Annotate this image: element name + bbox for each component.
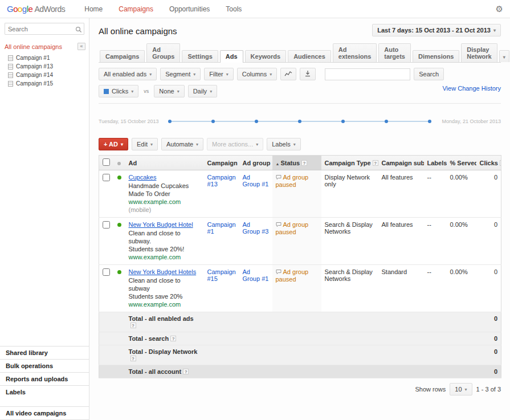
search-button[interactable]: Search [414, 68, 444, 80]
collapse-sidebar-button[interactable]: « [77, 43, 85, 50]
tab-keywords[interactable]: Keywords [245, 50, 287, 62]
add-ad-button[interactable]: + AD▾ [99, 138, 128, 150]
top-nav: Home Campaigns Opportunities Tools [84, 1, 242, 18]
select-all-checkbox[interactable] [103, 158, 110, 166]
clicks-timeseries-chart [167, 113, 433, 130]
sidebar-item-shared-library[interactable]: Shared library [0, 346, 89, 359]
total-clicks: 0 [476, 345, 501, 365]
sidebar-item-reports-and-uploads[interactable]: Reports and uploads [0, 372, 89, 385]
help-icon[interactable]: ? [130, 356, 136, 361]
ad-title-link[interactable]: New York Budget Hotel [129, 221, 193, 228]
column-header-campaign-subtype[interactable]: Campaign subtype [378, 156, 424, 170]
row-checkbox[interactable] [103, 221, 110, 229]
column-header-status[interactable]: ▲Status? [272, 156, 321, 170]
all-online-campaigns-link[interactable]: All online campaigns [5, 43, 77, 50]
performance-chart: Tuesday, 15 October 2013 Monday, 21 Octo… [99, 103, 501, 132]
ad-group-link[interactable]: Ad Group #3 [243, 221, 269, 235]
column-header-campaign[interactable]: Campaign [204, 156, 239, 170]
sidebar-campaign-item[interactable]: Campaign #13 [0, 62, 89, 71]
total-row: Total - all enabled ads? 0 [99, 312, 501, 332]
sidebar-item-all-video-campaigns[interactable]: All video campaigns [0, 406, 89, 420]
column-header-ad[interactable]: Ad [125, 156, 204, 170]
automate-button[interactable]: Automate▾ [161, 138, 203, 150]
select-all-header[interactable] [99, 156, 114, 170]
granularity-button[interactable]: Daily▾ [188, 85, 217, 97]
table-search-input[interactable] [325, 68, 410, 80]
nav-home[interactable]: Home [84, 1, 103, 18]
column-header-served[interactable]: % Served? [447, 156, 476, 170]
ad-title-link[interactable]: New York Budget Hotels [129, 268, 197, 275]
tab-ad-groups[interactable]: Ad Groups [146, 43, 180, 62]
tab-campaigns[interactable]: Campaigns [100, 50, 145, 62]
help-icon[interactable]: ? [301, 160, 307, 166]
nav-campaigns[interactable]: Campaigns [119, 1, 153, 18]
ads-table: Ad Campaign Ad group ▲Status? Campaign T… [99, 155, 501, 378]
google-adwords-logo[interactable]: GoogleAdWords [7, 4, 65, 14]
chevron-down-icon: ▾ [131, 89, 133, 94]
columns-button[interactable]: Columns▾ [237, 68, 277, 80]
sidebar-search-input[interactable] [5, 23, 84, 35]
clicks-value: 0 [476, 218, 501, 265]
date-range-button[interactable]: Last 7 days: 15 Oct 2013 - 21 Oct 2013 ▾ [372, 24, 501, 36]
ad-display-url: www.example.com [129, 198, 201, 206]
row-checkbox[interactable] [103, 268, 110, 276]
tab-dimensions[interactable]: Dimensions [413, 50, 459, 62]
tab-settings[interactable]: Settings [182, 50, 218, 62]
page-title: All online campaigns [99, 24, 177, 36]
nav-tools[interactable]: Tools [226, 1, 242, 18]
sidebar-item-labels[interactable]: Labels [0, 385, 89, 398]
sidebar-campaign-item[interactable]: Campaign #1 [0, 54, 89, 62]
help-icon[interactable]: ? [130, 323, 136, 328]
tab-ad-extensions[interactable]: Ad extensions [333, 43, 377, 62]
help-icon[interactable]: ? [500, 160, 501, 166]
campaign-link[interactable]: Campaign #13 [207, 174, 236, 187]
row-checkbox[interactable] [103, 174, 110, 181]
nav-opportunities[interactable]: Opportunities [169, 1, 210, 18]
segment-button[interactable]: Segment▾ [160, 68, 201, 80]
table-header-row: Ad Campaign Ad group ▲Status? Campaign T… [99, 156, 501, 170]
help-icon[interactable]: ? [373, 160, 378, 166]
sidebar-campaign-item[interactable]: Campaign #15 [0, 79, 89, 88]
ad-title-link[interactable]: Cupcakes [129, 174, 157, 181]
chart-start-date-label: Tuesday, 15 October 2013 [99, 119, 167, 124]
campaign-link[interactable]: Campaign #15 [207, 268, 236, 282]
chevron-down-icon: ▾ [293, 142, 296, 147]
chart-controls: Clicks▾ vs None▾ Daily▾ View Change Hist… [99, 84, 501, 101]
help-icon[interactable]: ? [183, 369, 189, 374]
labels-button[interactable]: Labels▾ [267, 138, 300, 150]
help-icon[interactable]: ? [170, 336, 176, 341]
product-name: AdWords [34, 5, 65, 14]
edit-button[interactable]: Edit▾ [132, 138, 158, 150]
download-report-button[interactable] [300, 68, 316, 80]
total-clicks: 0 [476, 332, 501, 345]
sidebar-campaign-item[interactable]: Campaign #14 [0, 71, 89, 79]
compare-metric-button[interactable]: None▾ [154, 85, 184, 97]
campaign-link[interactable]: Campaign #1 [207, 221, 236, 235]
column-header-clicks[interactable]: Clicks? [476, 156, 501, 170]
tab-display-network[interactable]: Display Network [461, 43, 497, 62]
column-header-labels[interactable]: Labels? [424, 156, 447, 170]
ads-scope-filter-button[interactable]: All enabled ads▾ [99, 68, 157, 80]
rows-per-page-select[interactable]: 10▾ [450, 383, 472, 395]
tab-auto-targets[interactable]: Auto targets [378, 43, 411, 62]
toggle-graph-button[interactable] [280, 68, 296, 80]
more-actions-button[interactable]: More actions...▾ [207, 138, 263, 150]
metric-select-button[interactable]: Clicks▾ [99, 85, 138, 97]
column-header-ad-group[interactable]: Ad group [239, 156, 272, 170]
campaign-icon [8, 55, 13, 61]
status-dot-header[interactable] [114, 156, 125, 170]
comment-bubble-icon [276, 269, 281, 276]
served-value: 0.00% [447, 265, 476, 312]
column-header-campaign-type[interactable]: Campaign Type? [321, 156, 378, 170]
filter-button[interactable]: Filter▾ [204, 68, 233, 80]
sidebar-item-bulk-operations[interactable]: Bulk operations [0, 359, 89, 372]
main-content: All online campaigns Last 7 days: 15 Oct… [89, 18, 510, 420]
tab-ads[interactable]: Ads [220, 50, 243, 63]
tab-audiences[interactable]: Audiences [288, 50, 331, 62]
ad-group-link[interactable]: Ad Group #1 [243, 174, 269, 187]
view-change-history-link[interactable]: View Change History [442, 85, 501, 92]
settings-gear-icon[interactable]: ⚙ [496, 4, 503, 14]
chevron-down-icon: ▾ [465, 387, 467, 392]
tab-overflow-button[interactable]: ▾ [499, 50, 509, 62]
ad-group-link[interactable]: Ad Group #1 [243, 268, 269, 282]
